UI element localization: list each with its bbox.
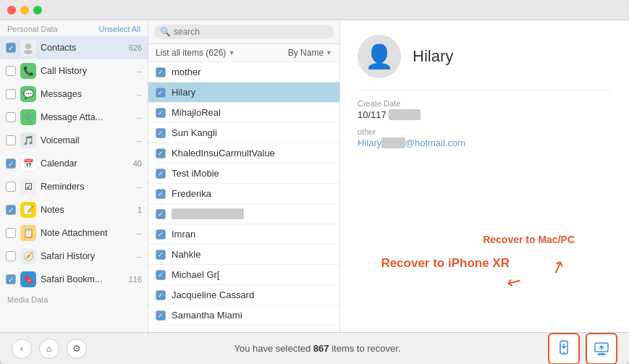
reminders-count: -- (137, 182, 142, 191)
list-item[interactable]: Samantha Miami (148, 305, 339, 326)
recover-iphone-text: Recover to iPhone XR (381, 256, 510, 270)
sort-arrow: ▼ (326, 49, 332, 56)
list-item[interactable]: Jacqueline Cassard (148, 285, 339, 305)
contact-checkbox[interactable] (156, 310, 166, 321)
sidebar-item-message-att[interactable]: 📎 Message Atta... -- (0, 106, 148, 129)
sidebar-item-calendar[interactable]: 📅 Calendar 40 (0, 152, 148, 175)
safari-hist-label: Safari History (41, 251, 134, 261)
list-item[interactable]: KhaledInsuCarmultValue (148, 143, 339, 164)
voicemail-label: Voicemail (41, 135, 134, 145)
personal-data-header: Personal Data Unselect All (0, 20, 148, 36)
list-item[interactable]: Imran (148, 224, 339, 245)
note-att-label: Note Attachment (41, 228, 134, 238)
contact-checkbox[interactable] (156, 148, 166, 158)
contact-checkbox[interactable] (156, 169, 166, 179)
sidebar-item-notes[interactable]: 📝 Notes 1 (0, 198, 148, 221)
personal-data-label: Personal Data (7, 25, 58, 33)
close-button[interactable] (7, 6, 16, 14)
contact-checkbox[interactable] (156, 88, 166, 98)
list-count-dropdown[interactable]: List all items (626) ▼ (156, 48, 235, 58)
create-date-label: Create Date (358, 99, 612, 108)
back-button[interactable]: ‹ (12, 339, 32, 359)
recover-mac-icon (593, 340, 610, 357)
contact-checkbox[interactable] (156, 229, 166, 240)
calendar-checkbox[interactable] (6, 158, 16, 169)
maximize-button[interactable] (33, 6, 42, 14)
create-date-text: 10/117 (358, 109, 387, 120)
list-item[interactable]: MihajloReal (148, 103, 339, 123)
list-item[interactable]: Frederika (148, 184, 339, 204)
contact-name: Frederika (172, 188, 211, 199)
voicemail-checkbox[interactable] (6, 135, 16, 145)
messages-count: -- (137, 90, 142, 98)
safari-hist-checkbox[interactable] (6, 251, 16, 261)
calendar-icon: 📅 (20, 156, 36, 172)
call-history-checkbox[interactable] (6, 66, 16, 76)
settings-button[interactable]: ⚙ (67, 339, 87, 359)
center-panel: 🔍 List all items (626) ▼ By Name ▼ (148, 20, 340, 332)
list-item[interactable]: Sun Kangli (148, 123, 339, 143)
contact-checkbox[interactable] (156, 270, 166, 280)
sidebar-item-safari-history[interactable]: 🧭 Safari History -- (0, 245, 148, 268)
contact-name: Test iMobie (172, 168, 219, 179)
unselect-all-button[interactable]: Unselect All (99, 25, 140, 33)
reminders-checkbox[interactable] (6, 182, 16, 192)
note-att-checkbox[interactable] (6, 228, 16, 238)
list-item[interactable]: Michael Gr[ (148, 265, 339, 285)
list-count-label: List all items (626) (156, 48, 226, 58)
messages-label: Messages (41, 89, 134, 99)
media-data-header: Media Data (0, 291, 148, 307)
sidebar-item-messages[interactable]: 💬 Messages -- (0, 82, 148, 106)
sidebar-item-note-attachment[interactable]: 📋 Note Attachment -- (0, 221, 148, 245)
list-item[interactable]: Nahkle (148, 245, 339, 265)
recover-to-mac-button[interactable] (586, 333, 617, 365)
search-input[interactable] (174, 27, 328, 37)
list-item[interactable]: Test iMobie (148, 164, 339, 184)
calendar-label: Calendar (41, 158, 130, 169)
main-content: Personal Data Unselect All Contacts 626 … (0, 20, 629, 332)
back-icon: ‹ (20, 343, 23, 354)
call-history-count: -- (137, 67, 142, 75)
list-count-arrow: ▼ (228, 49, 235, 56)
sidebar-item-voicemail[interactable]: 🎵 Voicemail -- (0, 129, 148, 152)
home-button[interactable]: ⌂ (39, 339, 59, 359)
contact-checkbox[interactable] (156, 128, 166, 138)
voicemail-icon: 🎵 (20, 132, 36, 148)
messages-checkbox[interactable] (6, 89, 16, 99)
contact-checkbox[interactable] (156, 189, 166, 199)
recover-to-iphone-button[interactable] (548, 333, 580, 365)
contact-checkbox[interactable] (156, 108, 166, 118)
search-bar: 🔍 (148, 20, 339, 44)
list-item[interactable]: mother (148, 62, 339, 82)
sidebar: Personal Data Unselect All Contacts 626 … (0, 20, 148, 332)
status-text-after: items to recover. (329, 343, 401, 354)
contact-name: Imran (172, 229, 195, 240)
contact-name: KhaledInsuCarmultValue (172, 148, 275, 158)
sort-dropdown[interactable]: By Name ▼ (288, 48, 332, 58)
svg-point-3 (563, 352, 565, 353)
contact-checkbox[interactable] (156, 67, 166, 77)
contact-header: 👤 Hilary (358, 35, 612, 78)
list-item[interactable] (148, 204, 339, 224)
notes-checkbox[interactable] (6, 205, 16, 215)
sidebar-item-contacts[interactable]: Contacts 626 (0, 36, 148, 59)
contact-name: mother (172, 67, 200, 77)
sidebar-item-reminders[interactable]: ☑ Reminders -- (0, 175, 148, 198)
contacts-checkbox[interactable] (6, 43, 16, 53)
safari-bm-checkbox[interactable] (6, 274, 16, 284)
sidebar-item-safari-bookmarks[interactable]: 🔖 Safari Bookm... 116 (0, 268, 148, 291)
sidebar-item-call-history[interactable]: 📞 Call History -- (0, 59, 148, 82)
contact-checkbox[interactable] (156, 209, 166, 219)
reminders-icon: ☑ (20, 179, 36, 195)
email-prefix: Hilary (358, 137, 381, 148)
arrow-mac-icon: ↗ (548, 255, 568, 279)
list-item[interactable]: Hilary (148, 82, 339, 103)
detail-panel: 👤 Hilary Create Date 10/117 other Hilary… (340, 20, 629, 332)
msg-att-icon: 📎 (20, 109, 36, 125)
media-data-label: Media Data (7, 295, 48, 304)
status-text-before: You have selected (234, 343, 313, 354)
contact-checkbox[interactable] (156, 290, 166, 300)
minimize-button[interactable] (20, 6, 29, 14)
msg-att-checkbox[interactable] (6, 112, 16, 122)
contact-checkbox[interactable] (156, 250, 166, 260)
